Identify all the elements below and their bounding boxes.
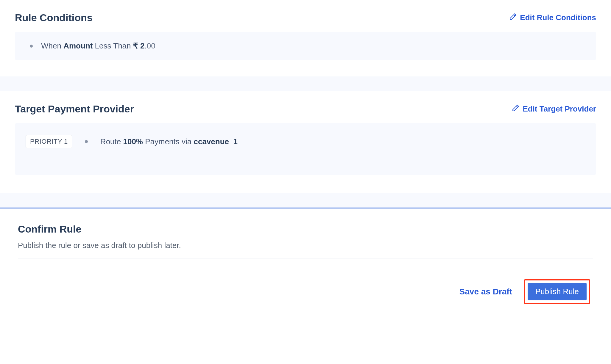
provider-text: Route 100% Payments via ccavenue_1 — [100, 137, 238, 146]
confirm-rule-description: Publish the rule or save as draft to pub… — [18, 241, 593, 258]
bullet-icon — [30, 45, 33, 48]
edit-target-provider-label: Edit Target Provider — [523, 104, 596, 114]
condition-text: When Amount Less Than ₹ 2.00 — [41, 41, 155, 51]
route-target: ccavenue_1 — [194, 137, 237, 146]
target-provider-title: Target Payment Provider — [15, 103, 134, 115]
section-divider — [0, 193, 611, 208]
edit-target-provider-link[interactable]: Edit Target Provider — [512, 104, 596, 114]
condition-field: Amount — [63, 41, 93, 50]
target-provider-panel: PRIORITY 1 Route 100% Payments via ccave… — [15, 123, 596, 175]
target-provider-section: Target Payment Provider Edit Target Prov… — [0, 91, 611, 175]
condition-when: When — [41, 41, 63, 50]
confirm-action-row: Save as Draft Publish Rule — [18, 279, 593, 304]
confirm-rule-section: Confirm Rule Publish the rule or save as… — [0, 208, 611, 322]
condition-operator: Less Than — [93, 41, 133, 50]
edit-icon — [512, 104, 520, 114]
confirm-rule-title: Confirm Rule — [18, 223, 593, 235]
rule-conditions-title: Rule Conditions — [15, 12, 93, 23]
section-divider — [0, 76, 611, 91]
publish-rule-button[interactable]: Publish Rule — [528, 283, 587, 300]
condition-amount-dec: .00 — [144, 41, 155, 50]
edit-rule-conditions-label: Edit Rule Conditions — [520, 13, 596, 22]
condition-row: When Amount Less Than ₹ 2.00 — [30, 41, 581, 51]
condition-currency: ₹ — [133, 41, 140, 50]
rule-conditions-panel: When Amount Less Than ₹ 2.00 — [15, 32, 596, 60]
rule-conditions-section: Rule Conditions Edit Rule Conditions Whe… — [0, 0, 611, 60]
route-percent: 100% — [123, 137, 143, 146]
route-prefix: Route — [100, 137, 123, 146]
provider-row: PRIORITY 1 Route 100% Payments via ccave… — [26, 135, 585, 148]
edit-rule-conditions-link[interactable]: Edit Rule Conditions — [509, 13, 596, 23]
priority-badge: PRIORITY 1 — [26, 135, 72, 148]
condition-amount-int: 2 — [140, 41, 144, 50]
route-middle: Payments via — [143, 137, 194, 146]
edit-icon — [509, 13, 517, 23]
save-as-draft-button[interactable]: Save as Draft — [459, 287, 512, 296]
publish-highlight-box: Publish Rule — [524, 279, 590, 304]
bullet-icon — [85, 140, 88, 143]
